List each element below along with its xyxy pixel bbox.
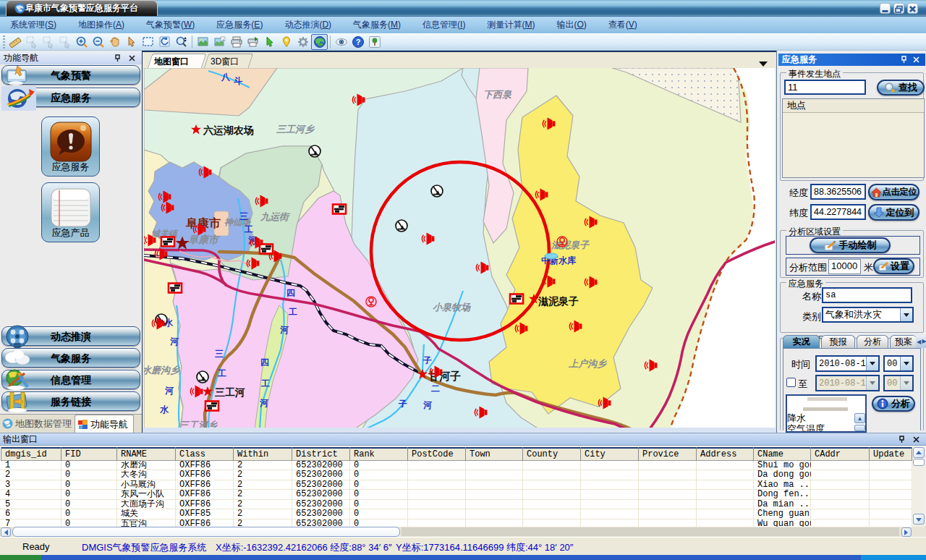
- svg-text:阜康市: 阜康市: [188, 234, 221, 245]
- svg-text:工: 工: [244, 224, 253, 234]
- svg-text:六运湖农场: 六运湖农场: [203, 124, 254, 136]
- svg-text:?: ?: [355, 38, 360, 46]
- svg-text:子: 子: [422, 355, 432, 365]
- svg-text:斗: 斗: [234, 76, 243, 86]
- svg-text:工: 工: [217, 368, 226, 378]
- svg-text:工: 工: [260, 378, 270, 389]
- svg-text:四: 四: [260, 357, 269, 368]
- svg-text:河: 河: [280, 325, 289, 335]
- svg-text:甘河子: 甘河子: [428, 370, 461, 382]
- svg-text:河: 河: [423, 400, 432, 410]
- svg-text:上户沟乡: 上户沟乡: [568, 358, 608, 369]
- svg-text:小泉牧场: 小泉牧场: [433, 302, 471, 313]
- svg-text:二: 二: [431, 383, 440, 394]
- svg-text:三工河乡: 三工河乡: [276, 124, 315, 135]
- svg-text:河: 河: [170, 336, 179, 347]
- svg-text:河: 河: [260, 398, 268, 408]
- svg-text:下西泉: 下西泉: [483, 89, 512, 100]
- svg-text:水: 水: [159, 404, 169, 415]
- svg-text:工: 工: [288, 307, 297, 317]
- svg-text:滋泥泉子: 滋泥泉子: [551, 239, 590, 250]
- svg-text:四: 四: [286, 288, 295, 298]
- svg-text:子: 子: [398, 399, 407, 409]
- svg-text:九运街: 九运街: [260, 211, 290, 222]
- svg-text:三工河: 三工河: [215, 386, 245, 398]
- svg-text:三: 三: [239, 211, 248, 221]
- svg-text:三: 三: [215, 349, 224, 359]
- svg-text:滋泥泉子: 滋泥泉子: [538, 295, 579, 307]
- svg-text:八: 八: [221, 72, 231, 82]
- svg-text:河: 河: [165, 386, 174, 396]
- svg-text:水磨沟乡: 水磨沟乡: [144, 365, 181, 376]
